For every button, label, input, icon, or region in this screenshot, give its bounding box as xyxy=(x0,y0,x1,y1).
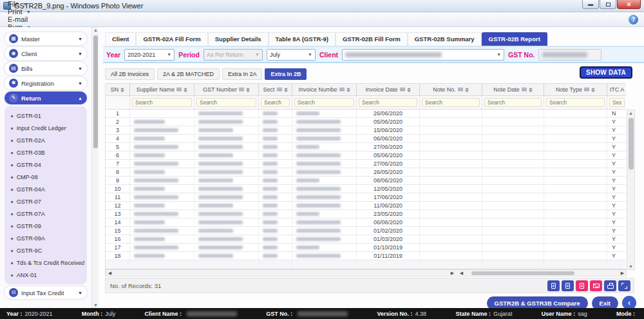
tab[interactable]: Table 8A (GSTR-9) xyxy=(269,32,336,46)
column-header[interactable]: Note Date xyxy=(482,84,544,95)
filter-icon[interactable] xyxy=(458,88,463,92)
sort-icon[interactable] xyxy=(246,88,250,92)
table-row[interactable]: 5 27/06/2020 Y xyxy=(106,143,626,151)
year-select[interactable]: 2020-2021 ▼ xyxy=(124,49,175,61)
scroll-down-icon[interactable]: ▼ xyxy=(92,303,99,307)
gst-no-field[interactable] xyxy=(538,49,601,61)
table-row[interactable]: 6 05/06/2020 Y xyxy=(106,151,626,160)
search-input[interactable] xyxy=(261,98,290,107)
search-input[interactable] xyxy=(546,98,605,107)
search-input[interactable] xyxy=(359,98,417,107)
table-row[interactable]: 18 01/11/2019 Y xyxy=(106,252,626,260)
column-header[interactable]: Note Type xyxy=(544,84,607,95)
subtab[interactable]: Extra In 2A xyxy=(222,68,263,80)
tab[interactable]: GSTR-02B Report xyxy=(482,32,547,46)
table-row[interactable]: 15 01/02/2020 Y xyxy=(106,227,626,235)
table-row[interactable]: 4 06/06/2020 Y xyxy=(106,135,626,143)
sidebar-item[interactable]: ■ GSTR-07A xyxy=(7,208,84,220)
vertical-scrollbar[interactable]: ▲ ▼ xyxy=(627,110,635,270)
sidebar-item[interactable]: ■ CMP-08 xyxy=(7,171,84,183)
sidebar-group-input-tax-credit[interactable]: ⊟ Input Tax Credit ▼ xyxy=(5,286,87,299)
sidebar-group[interactable]: ▦ Master ▼ xyxy=(5,32,87,45)
sidebar-item[interactable]: ■ GSTR-03B xyxy=(7,146,84,159)
sidebar-item[interactable]: ■ Input Credit Ledger xyxy=(7,122,84,134)
tab[interactable]: Supplier Details xyxy=(208,32,269,46)
table-row[interactable]: 16 01/03/2020 Y xyxy=(106,235,626,244)
menu-item[interactable]: Print ▼ xyxy=(8,8,33,15)
tab[interactable]: GSTR-02A Fill Form xyxy=(136,32,207,46)
table-row[interactable]: 17 01/10/2019 Y xyxy=(106,244,626,252)
table-row[interactable]: 12 11/06/2020 Y xyxy=(106,202,626,210)
scroll-right-icon[interactable]: ▶ xyxy=(619,271,626,276)
fullscreen-button[interactable] xyxy=(618,280,630,291)
menu-item[interactable]: File ▼ xyxy=(8,0,33,8)
subtab[interactable]: Extra In 2B xyxy=(265,68,307,80)
close-button[interactable]: ✕ xyxy=(617,0,641,9)
filter-icon[interactable] xyxy=(277,88,282,92)
subtab[interactable]: 2A & 2B MATCHED xyxy=(157,68,220,80)
table-row[interactable]: 8 26/05/2020 Y xyxy=(106,168,626,177)
column-header[interactable]: Supplier Name xyxy=(130,84,194,95)
column-header[interactable]: Note No. xyxy=(420,84,482,95)
search-input[interactable] xyxy=(484,98,542,107)
table-row[interactable]: 10 12/05/2020 Y xyxy=(106,185,626,193)
search-input[interactable] xyxy=(196,98,256,107)
scroll-up-icon[interactable]: ▲ xyxy=(627,111,634,115)
sidebar-item[interactable]: ■ Tds & Tcs Credit Received xyxy=(7,256,84,269)
minimize-button[interactable]: ▬ xyxy=(582,0,599,9)
table-row[interactable]: 14 06/06/2020 Y xyxy=(106,218,626,227)
table-row[interactable]: 1 26/06/2020 N xyxy=(106,110,626,118)
filter-icon[interactable] xyxy=(339,88,345,92)
scroll-left-icon[interactable]: ◀ xyxy=(458,271,465,276)
export-excel-button[interactable] xyxy=(547,280,560,291)
sidebar-item[interactable]: ■ GSTR-09A xyxy=(7,232,84,244)
client-select[interactable]: ▼ xyxy=(342,49,504,61)
table-row[interactable]: 9 08/06/2020 Y xyxy=(106,177,626,185)
scroll-right-icon[interactable]: ▶ xyxy=(449,271,456,276)
period-select[interactable]: As Per Return ▼ xyxy=(204,49,263,61)
sidebar-item[interactable]: ■ GSTR-04 xyxy=(7,159,84,171)
filter-icon[interactable] xyxy=(400,88,405,92)
sort-icon[interactable] xyxy=(465,88,469,92)
sidebar-group-return[interactable]: ✎ Return ▲ xyxy=(5,92,87,104)
export-word-button[interactable] xyxy=(562,280,574,291)
tab[interactable]: Client xyxy=(105,32,136,46)
sidebar-item[interactable]: ■ GSTR-09 xyxy=(7,220,84,232)
table-row[interactable]: 7 27/06/2020 Y xyxy=(106,160,626,168)
menu-item[interactable]: E-mail ▼ xyxy=(8,15,33,23)
sort-icon[interactable] xyxy=(120,88,124,92)
filter-icon[interactable] xyxy=(239,88,244,92)
show-data-button[interactable]: SHOW DATA xyxy=(580,66,632,79)
sort-icon[interactable] xyxy=(529,88,533,92)
print-button[interactable] xyxy=(604,280,616,291)
search-input[interactable] xyxy=(609,98,625,107)
maximize-button[interactable] xyxy=(600,0,616,9)
sidebar-scrollbar[interactable]: ▲ ▼ xyxy=(91,27,99,308)
sidebar-item[interactable]: ■ GSTR-9C xyxy=(7,244,84,256)
sidebar-group[interactable]: ✱ Registration ▼ xyxy=(5,77,87,90)
email-button[interactable] xyxy=(590,280,602,291)
column-header[interactable]: SN xyxy=(106,84,130,95)
sort-icon[interactable] xyxy=(284,88,288,92)
filter-icon[interactable] xyxy=(176,88,182,92)
column-header[interactable]: Invoice Numbe xyxy=(292,84,357,95)
column-header[interactable]: Sect xyxy=(259,84,292,95)
search-input[interactable] xyxy=(422,98,480,107)
table-row[interactable]: 3 15/06/2020 Y xyxy=(106,126,626,135)
help-button[interactable]: ? xyxy=(629,15,638,24)
sort-icon[interactable] xyxy=(346,88,350,92)
filter-icon[interactable] xyxy=(584,88,589,92)
table-row[interactable]: 11 17/06/2020 Y xyxy=(106,193,626,202)
search-input[interactable] xyxy=(294,98,354,107)
scroll-left-icon[interactable]: ◀ xyxy=(106,271,113,276)
horizontal-scrollbar[interactable]: ◀ ▶ ◀ ▶ xyxy=(106,269,627,276)
tab[interactable]: GSTR-02B Fill Form xyxy=(336,32,408,46)
sidebar-item[interactable]: ■ GSTR-02A xyxy=(7,134,84,146)
export-pdf-button[interactable] xyxy=(576,280,588,291)
sort-icon[interactable] xyxy=(591,88,595,92)
collapse-back-button[interactable]: ‹ xyxy=(622,296,636,308)
sidebar-item[interactable]: ■ GSTR-01 xyxy=(7,110,84,122)
search-input[interactable] xyxy=(132,98,192,107)
filter-icon[interactable] xyxy=(522,88,527,92)
scroll-up-icon[interactable]: ▲ xyxy=(92,28,99,32)
